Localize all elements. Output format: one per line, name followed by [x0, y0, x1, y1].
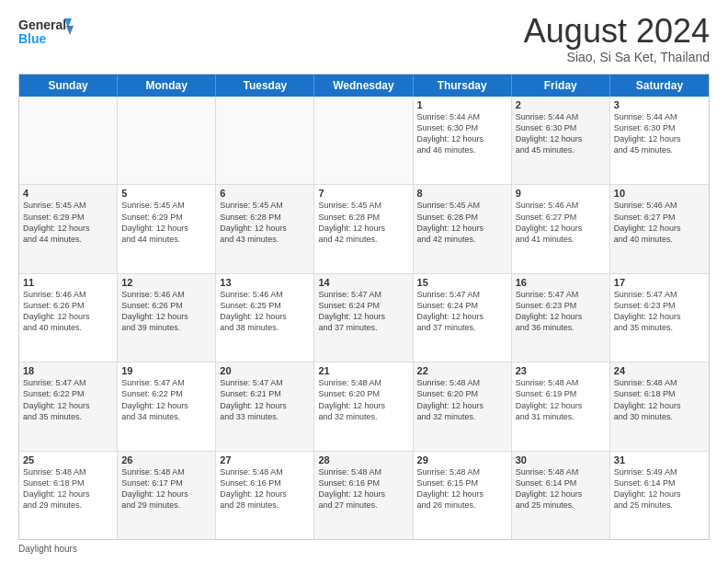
logo-svg: General Blue — [18, 15, 74, 53]
table-row: 23Sunrise: 5:48 AMSunset: 6:19 PMDayligh… — [512, 362, 610, 450]
day-number: 22 — [417, 365, 507, 376]
day-number: 8 — [417, 188, 507, 199]
calendar-body: 1Sunrise: 5:44 AMSunset: 6:30 PMDaylight… — [19, 97, 709, 539]
day-number: 16 — [516, 277, 606, 288]
day-number: 26 — [121, 454, 211, 465]
table-row: 6Sunrise: 5:45 AMSunset: 6:28 PMDaylight… — [216, 185, 314, 272]
day-number: 23 — [516, 365, 606, 376]
header-monday: Monday — [118, 75, 216, 97]
week-row-1: 1Sunrise: 5:44 AMSunset: 6:30 PMDaylight… — [19, 97, 709, 185]
day-number: 7 — [318, 188, 408, 199]
cell-info: Sunrise: 5:47 AMSunset: 6:23 PMDaylight:… — [516, 289, 606, 334]
day-number: 18 — [23, 365, 113, 376]
cell-info: Sunrise: 5:44 AMSunset: 6:30 PMDaylight:… — [614, 111, 705, 156]
header-sunday: Sunday — [19, 75, 118, 97]
day-number: 12 — [121, 277, 211, 288]
table-row: 17Sunrise: 5:47 AMSunset: 6:23 PMDayligh… — [610, 274, 709, 362]
table-row: 2Sunrise: 5:44 AMSunset: 6:30 PMDaylight… — [512, 97, 610, 184]
day-number: 27 — [220, 454, 310, 465]
table-row: 14Sunrise: 5:47 AMSunset: 6:24 PMDayligh… — [314, 274, 413, 362]
day-number: 15 — [417, 277, 507, 288]
table-row: 18Sunrise: 5:47 AMSunset: 6:22 PMDayligh… — [19, 362, 118, 450]
location-subtitle: Siao, Si Sa Ket, Thailand — [524, 50, 710, 64]
cell-info: Sunrise: 5:48 AMSunset: 6:20 PMDaylight:… — [318, 377, 408, 422]
cell-info: Sunrise: 5:48 AMSunset: 6:18 PMDaylight:… — [614, 377, 705, 422]
logo: General Blue — [18, 15, 74, 53]
cell-info: Sunrise: 5:46 AMSunset: 6:25 PMDaylight:… — [220, 289, 310, 334]
table-row: 7Sunrise: 5:45 AMSunset: 6:28 PMDaylight… — [314, 185, 413, 272]
cell-info: Sunrise: 5:46 AMSunset: 6:27 PMDaylight:… — [516, 200, 606, 245]
table-row: 8Sunrise: 5:45 AMSunset: 6:28 PMDaylight… — [414, 185, 512, 272]
cell-info: Sunrise: 5:48 AMSunset: 6:20 PMDaylight:… — [417, 377, 507, 422]
table-row: 13Sunrise: 5:46 AMSunset: 6:25 PMDayligh… — [216, 274, 314, 362]
page: General Blue August 2024 Siao, Si Sa Ket… — [0, 0, 728, 563]
cell-info: Sunrise: 5:45 AMSunset: 6:29 PMDaylight:… — [121, 200, 211, 245]
day-number: 10 — [614, 188, 705, 199]
day-number: 9 — [516, 188, 606, 199]
table-row: 11Sunrise: 5:46 AMSunset: 6:26 PMDayligh… — [19, 274, 118, 362]
day-number: 19 — [121, 365, 211, 376]
header-friday: Friday — [512, 75, 610, 97]
footer-note: Daylight hours — [18, 544, 710, 554]
table-row: 20Sunrise: 5:47 AMSunset: 6:21 PMDayligh… — [216, 362, 314, 450]
cell-info: Sunrise: 5:45 AMSunset: 6:29 PMDaylight:… — [23, 200, 113, 245]
cell-info: Sunrise: 5:48 AMSunset: 6:14 PMDaylight:… — [516, 466, 606, 511]
cell-info: Sunrise: 5:46 AMSunset: 6:27 PMDaylight:… — [614, 200, 705, 245]
cell-info: Sunrise: 5:45 AMSunset: 6:28 PMDaylight:… — [417, 200, 507, 245]
month-title: August 2024 — [524, 15, 710, 48]
table-row — [314, 97, 413, 184]
table-row — [19, 97, 118, 184]
table-row: 27Sunrise: 5:48 AMSunset: 6:16 PMDayligh… — [216, 452, 314, 539]
day-number: 24 — [614, 365, 705, 376]
table-row: 22Sunrise: 5:48 AMSunset: 6:20 PMDayligh… — [414, 362, 512, 450]
day-number: 14 — [318, 277, 408, 288]
cell-info: Sunrise: 5:44 AMSunset: 6:30 PMDaylight:… — [516, 111, 606, 156]
table-row: 15Sunrise: 5:47 AMSunset: 6:24 PMDayligh… — [414, 274, 512, 362]
cell-info: Sunrise: 5:48 AMSunset: 6:18 PMDaylight:… — [23, 466, 113, 511]
day-number: 30 — [516, 454, 606, 465]
cell-info: Sunrise: 5:47 AMSunset: 6:24 PMDaylight:… — [318, 289, 408, 334]
cell-info: Sunrise: 5:48 AMSunset: 6:19 PMDaylight:… — [516, 377, 606, 422]
table-row: 12Sunrise: 5:46 AMSunset: 6:26 PMDayligh… — [118, 274, 216, 362]
table-row: 29Sunrise: 5:48 AMSunset: 6:15 PMDayligh… — [414, 452, 512, 539]
daylight-label: Daylight hours — [18, 544, 77, 554]
header-saturday: Saturday — [610, 75, 709, 97]
svg-marker-3 — [66, 26, 74, 35]
table-row: 25Sunrise: 5:48 AMSunset: 6:18 PMDayligh… — [19, 452, 118, 539]
day-number: 2 — [516, 99, 606, 110]
cell-info: Sunrise: 5:46 AMSunset: 6:26 PMDaylight:… — [23, 289, 113, 334]
svg-text:General: General — [18, 17, 66, 32]
table-row: 4Sunrise: 5:45 AMSunset: 6:29 PMDaylight… — [19, 185, 118, 272]
day-number: 4 — [23, 188, 113, 199]
day-number: 21 — [318, 365, 408, 376]
table-row: 31Sunrise: 5:49 AMSunset: 6:14 PMDayligh… — [610, 452, 709, 539]
day-number: 6 — [220, 188, 310, 199]
cell-info: Sunrise: 5:47 AMSunset: 6:22 PMDaylight:… — [121, 377, 211, 422]
table-row: 28Sunrise: 5:48 AMSunset: 6:16 PMDayligh… — [314, 452, 413, 539]
header: General Blue August 2024 Siao, Si Sa Ket… — [18, 15, 710, 64]
day-number: 20 — [220, 365, 310, 376]
cell-info: Sunrise: 5:48 AMSunset: 6:15 PMDaylight:… — [417, 466, 507, 511]
day-number: 31 — [614, 454, 705, 465]
calendar: SundayMondayTuesdayWednesdayThursdayFrid… — [18, 74, 710, 540]
cell-info: Sunrise: 5:47 AMSunset: 6:24 PMDaylight:… — [417, 289, 507, 334]
header-wednesday: Wednesday — [314, 75, 413, 97]
cell-info: Sunrise: 5:48 AMSunset: 6:17 PMDaylight:… — [121, 466, 211, 511]
svg-text:Blue: Blue — [18, 31, 47, 46]
table-row: 30Sunrise: 5:48 AMSunset: 6:14 PMDayligh… — [512, 452, 610, 539]
table-row: 26Sunrise: 5:48 AMSunset: 6:17 PMDayligh… — [118, 452, 216, 539]
table-row: 10Sunrise: 5:46 AMSunset: 6:27 PMDayligh… — [610, 185, 709, 272]
table-row: 21Sunrise: 5:48 AMSunset: 6:20 PMDayligh… — [314, 362, 413, 450]
table-row: 3Sunrise: 5:44 AMSunset: 6:30 PMDaylight… — [610, 97, 709, 184]
table-row: 24Sunrise: 5:48 AMSunset: 6:18 PMDayligh… — [610, 362, 709, 450]
week-row-3: 11Sunrise: 5:46 AMSunset: 6:26 PMDayligh… — [19, 274, 709, 362]
week-row-2: 4Sunrise: 5:45 AMSunset: 6:29 PMDaylight… — [19, 185, 709, 273]
cell-info: Sunrise: 5:45 AMSunset: 6:28 PMDaylight:… — [318, 200, 408, 245]
week-row-4: 18Sunrise: 5:47 AMSunset: 6:22 PMDayligh… — [19, 362, 709, 451]
table-row: 19Sunrise: 5:47 AMSunset: 6:22 PMDayligh… — [118, 362, 216, 450]
table-row: 9Sunrise: 5:46 AMSunset: 6:27 PMDaylight… — [512, 185, 610, 272]
table-row: 16Sunrise: 5:47 AMSunset: 6:23 PMDayligh… — [512, 274, 610, 362]
day-number: 3 — [614, 99, 705, 110]
day-number: 25 — [23, 454, 113, 465]
day-number: 11 — [23, 277, 113, 288]
